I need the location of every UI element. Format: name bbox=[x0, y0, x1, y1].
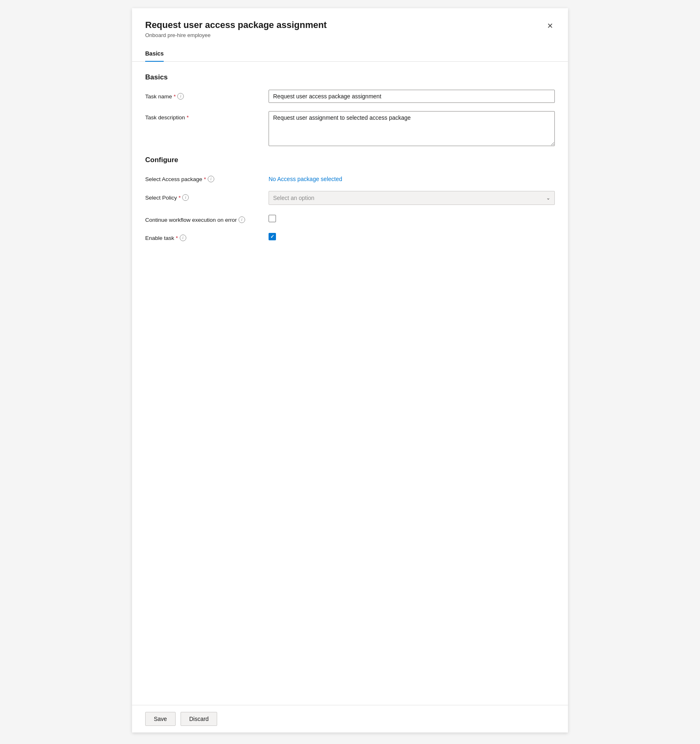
basics-section: Basics Task name * i Task description * bbox=[145, 73, 555, 148]
panel-content: Basics Task name * i Task description * bbox=[132, 62, 568, 705]
select-access-package-label: Select Access package * i bbox=[145, 172, 269, 182]
enable-task-required: * bbox=[176, 235, 178, 241]
enable-task-label: Enable task * i bbox=[145, 231, 269, 241]
tabs-bar: Basics bbox=[132, 45, 568, 62]
panel-title: Request user access package assignment bbox=[145, 20, 327, 30]
no-access-package-link[interactable]: No Access package selected bbox=[269, 172, 342, 182]
task-description-required: * bbox=[187, 114, 189, 121]
task-description-row: Task description * Request user assignme… bbox=[145, 111, 555, 148]
configure-section-title: Configure bbox=[145, 156, 555, 164]
access-package-required: * bbox=[204, 176, 206, 182]
select-policy-row: Select Policy * i Select an option ⌄ bbox=[145, 191, 555, 205]
close-button[interactable]: ✕ bbox=[545, 21, 555, 31]
task-name-label: Task name * i bbox=[145, 90, 269, 100]
select-access-package-control: No Access package selected bbox=[269, 172, 555, 183]
enable-task-checkbox[interactable]: ✓ bbox=[269, 233, 276, 240]
checkmark-icon: ✓ bbox=[270, 234, 274, 239]
task-name-row: Task name * i bbox=[145, 90, 555, 103]
chevron-down-icon: ⌄ bbox=[546, 195, 550, 201]
select-policy-dropdown[interactable]: Select an option ⌄ bbox=[269, 191, 555, 205]
policy-info-icon[interactable]: i bbox=[182, 194, 189, 201]
panel-subtitle: Onboard pre-hire employee bbox=[145, 32, 327, 38]
continue-on-error-checkbox[interactable] bbox=[269, 215, 276, 222]
enable-task-info-icon[interactable]: i bbox=[180, 235, 186, 241]
enable-task-checkbox-wrapper: ✓ bbox=[269, 231, 555, 240]
continue-on-error-row: Continue workflow execution on error i bbox=[145, 213, 555, 223]
continue-on-error-label: Continue workflow execution on error i bbox=[145, 213, 269, 223]
configure-section: Configure Select Access package * i No A… bbox=[145, 156, 555, 241]
continue-on-error-checkbox-wrapper bbox=[269, 213, 555, 222]
discard-button[interactable]: Discard bbox=[181, 712, 217, 726]
task-name-info-icon[interactable]: i bbox=[177, 93, 184, 100]
task-name-required: * bbox=[174, 93, 176, 100]
continue-on-error-info-icon[interactable]: i bbox=[239, 216, 245, 223]
enable-task-row: Enable task * i ✓ bbox=[145, 231, 555, 241]
panel-header: Request user access package assignment O… bbox=[132, 8, 568, 45]
continue-on-error-control bbox=[269, 213, 555, 222]
close-icon: ✕ bbox=[547, 22, 553, 30]
task-description-control: Request user assignment to selected acce… bbox=[269, 111, 555, 148]
panel-footer: Save Discard bbox=[132, 705, 568, 732]
enable-task-control: ✓ bbox=[269, 231, 555, 240]
panel-title-section: Request user access package assignment O… bbox=[145, 20, 327, 38]
basics-section-title: Basics bbox=[145, 73, 555, 81]
select-access-package-row: Select Access package * i No Access pack… bbox=[145, 172, 555, 183]
save-button[interactable]: Save bbox=[145, 712, 176, 726]
tab-basics[interactable]: Basics bbox=[145, 45, 164, 62]
task-name-input[interactable] bbox=[269, 90, 555, 103]
select-policy-control: Select an option ⌄ bbox=[269, 191, 555, 205]
policy-required: * bbox=[178, 195, 181, 201]
task-name-control bbox=[269, 90, 555, 103]
select-policy-placeholder: Select an option bbox=[273, 195, 314, 201]
panel: Request user access package assignment O… bbox=[132, 8, 568, 732]
select-policy-label: Select Policy * i bbox=[145, 191, 269, 201]
task-description-label: Task description * bbox=[145, 111, 269, 121]
access-package-info-icon[interactable]: i bbox=[208, 176, 214, 182]
task-description-textarea[interactable]: Request user assignment to selected acce… bbox=[269, 111, 555, 146]
